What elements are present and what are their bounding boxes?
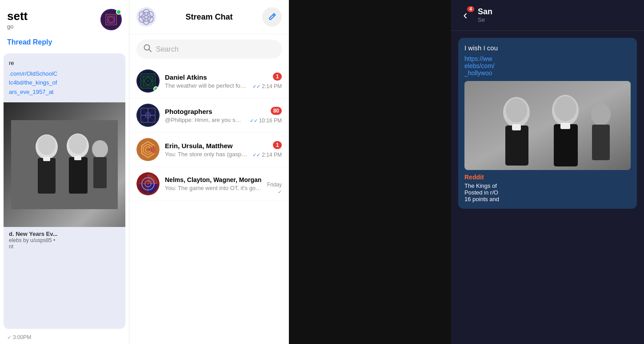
conv-avatar-photographers	[136, 104, 160, 127]
edit-button[interactable]	[262, 7, 282, 27]
bubble-photo	[464, 81, 631, 170]
stream-logo-svg	[138, 9, 154, 25]
svg-point-13	[69, 134, 87, 154]
svg-rect-62	[560, 123, 570, 129]
search-placeholder: Search	[156, 45, 179, 53]
conv-name-erin: Erin, Ursula, Matthew	[165, 142, 247, 150]
svg-point-63	[591, 103, 611, 125]
conv-info-photographers: Photographers @Philippe: Hmm, are you su…	[165, 108, 244, 123]
conversation-item-erin[interactable]: Erin, Ursula, Matthew You: The store onl…	[129, 133, 289, 167]
conv-time-erin: ✓✓ 2:14 PM	[252, 152, 282, 158]
avatar-nelms-svg	[136, 172, 160, 195]
svg-rect-64	[592, 125, 610, 160]
conv-avatar-nelms	[136, 172, 160, 195]
conv-name-nelms: Nelms, Clayton, Wagner, Morgan	[165, 176, 262, 183]
check-icon: ✓	[7, 335, 11, 340]
bubble-photo-svg	[464, 81, 631, 170]
bubble-text: I wish I cou	[464, 44, 631, 52]
right-subtitle: Se	[478, 16, 492, 23]
thread-reply-button[interactable]: Thread Reply	[0, 35, 129, 50]
conv-preview-photographers: @Philippe: Hmm, are you sure?	[165, 117, 244, 123]
right-content: I wish I cou https://ww elebs/com/ _holl…	[451, 31, 644, 344]
left-photo	[4, 102, 125, 227]
stream-logo	[136, 7, 156, 27]
stream-chat-header: Stream Chat	[129, 0, 289, 34]
search-icon-svg	[144, 44, 152, 52]
conv-meta-daniel: 1 ✓✓ 2:14 PM	[252, 73, 282, 89]
double-check-icon: ✓✓	[252, 84, 260, 89]
photo-svg	[11, 120, 118, 209]
conv-time-photographers: ✓✓ 10:16 PM	[250, 117, 282, 124]
svg-point-15	[92, 140, 108, 158]
conv-time-nelms: Friday ✓	[267, 173, 282, 195]
svg-rect-14	[74, 156, 81, 160]
conv-avatar-daniel	[136, 69, 160, 93]
user-avatar-wrapper	[100, 9, 122, 30]
left-caption: d. New Years Ev... elebs by u/usps85 • n…	[4, 227, 125, 253]
search-bar[interactable]: Search	[136, 40, 282, 59]
svg-rect-58	[512, 124, 521, 130]
conversation-list: Daniel Atkins The weather will be perfec…	[129, 64, 289, 344]
svg-rect-8	[38, 158, 56, 194]
reddit-label: Reddit	[464, 174, 631, 181]
svg-rect-12	[69, 157, 88, 194]
double-check-icon-3: ✓✓	[252, 152, 260, 158]
dark-inner	[289, 0, 451, 344]
left-content-card: re .com/r/OldSchoolC lc4bd/the_kings_of …	[4, 53, 125, 329]
left-header: sett go	[0, 0, 129, 35]
single-check-icon: ✓	[278, 189, 282, 195]
svg-rect-60	[554, 124, 578, 166]
left-title: sett go	[7, 9, 28, 30]
svg-point-61	[554, 96, 576, 121]
panel-stream-chat: Stream Chat Search	[129, 0, 289, 344]
conv-info-erin: Erin, Ursula, Matthew You: The store onl…	[165, 142, 247, 158]
conv-badge-photographers: 80	[271, 107, 282, 115]
left-link-text: re .com/r/OldSchoolC lc4bd/the_kings_of …	[4, 53, 125, 102]
panel-right: ‹ 4 San Se I wish I cou https://ww elebs…	[451, 0, 644, 344]
left-footer: ✓ 3:00PM	[0, 332, 129, 344]
conv-preview-nelms: You: The game went into OT, it's gonn...	[165, 185, 262, 191]
conv-preview-daniel: The weather will be perfect for the st..…	[165, 82, 247, 89]
back-button[interactable]: ‹ 4	[458, 8, 472, 22]
bubble-link: https://ww elebs/com/ _hollywoo	[464, 55, 631, 77]
conv-preview-erin: You: The store only has (gasp!) 2% m...	[165, 151, 247, 158]
svg-line-27	[149, 49, 151, 52]
svg-rect-56	[505, 125, 528, 166]
panel-dark	[289, 0, 451, 344]
conv-badge-daniel: 1	[273, 73, 282, 81]
conv-badge-erin: 1	[273, 141, 282, 149]
panel-left: sett go Thread Reply re .com/r/OldSchool	[0, 0, 129, 344]
svg-rect-10	[43, 157, 50, 161]
svg-rect-16	[93, 157, 107, 188]
conv-meta-photographers: 80 ✓✓ 10:16 PM	[250, 107, 282, 124]
conv-name-photographers: Photographers	[165, 108, 244, 115]
reddit-caption: The Kings of Posted in r/O 16 points and	[464, 182, 631, 202]
conv-meta-erin: 1 ✓✓ 2:14 PM	[252, 141, 282, 158]
conversation-item-nelms[interactable]: Nelms, Clayton, Wagner, Morgan You: The …	[129, 167, 289, 201]
avatar-erin-svg	[136, 138, 160, 161]
svg-line-25	[273, 15, 274, 16]
conv-name-daniel: Daniel Atkins	[165, 73, 247, 81]
right-title-area: San Se	[478, 7, 492, 23]
conversation-item-photographers[interactable]: Photographers @Philippe: Hmm, are you su…	[129, 98, 289, 133]
daniel-online-dot	[153, 86, 159, 92]
search-icon	[144, 44, 152, 54]
online-status-dot	[116, 9, 121, 15]
notification-badge: 4	[467, 6, 474, 12]
svg-point-17	[138, 9, 154, 25]
right-title: San	[478, 7, 492, 16]
svg-point-9	[38, 135, 56, 155]
pencil-icon	[268, 12, 276, 21]
conv-info-daniel: Daniel Atkins The weather will be perfec…	[165, 73, 247, 89]
conv-time-daniel: ✓✓ 2:14 PM	[252, 83, 282, 89]
message-bubble: I wish I cou https://ww elebs/com/ _holl…	[458, 38, 637, 209]
double-check-icon-2: ✓✓	[250, 118, 258, 124]
conv-info-nelms: Nelms, Clayton, Wagner, Morgan You: The …	[165, 176, 262, 191]
conversation-item-daniel[interactable]: Daniel Atkins The weather will be perfec…	[129, 64, 289, 98]
avatar-photographers-svg	[138, 105, 158, 125]
right-header: ‹ 4 San Se	[451, 0, 644, 31]
svg-point-57	[506, 98, 527, 122]
conv-avatar-erin	[136, 138, 160, 161]
stream-chat-title: Stream Chat	[161, 12, 257, 22]
conv-meta-nelms: Friday ✓	[267, 173, 282, 195]
